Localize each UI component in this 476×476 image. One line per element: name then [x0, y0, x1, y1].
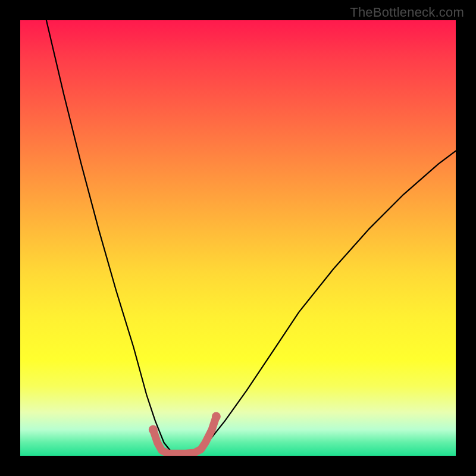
chart-frame: TheBottleneck.com — [0, 0, 476, 476]
sweet-spot-end-dot — [212, 412, 221, 421]
watermark-text: TheBottleneck.com — [350, 5, 464, 20]
bottleneck-curve-path — [46, 20, 456, 453]
sweet-spot-end-dot — [149, 425, 158, 434]
plot-area — [20, 20, 456, 456]
curve-layer — [20, 20, 456, 456]
sweet-spot-path — [153, 416, 216, 453]
